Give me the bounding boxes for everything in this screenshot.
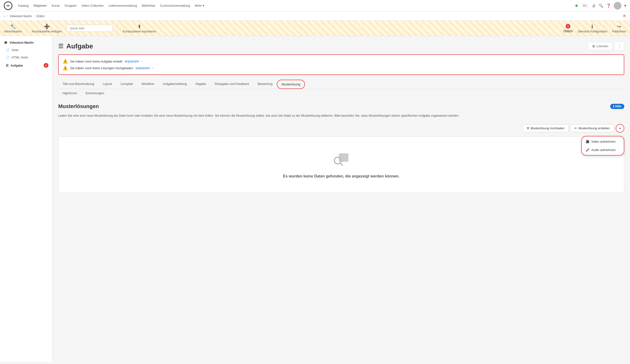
nav-curriculumverwaltung[interactable]: Curriculumverwaltung bbox=[160, 4, 190, 7]
alert-link-2[interactable]: anpassen bbox=[136, 66, 150, 70]
import-button[interactable]: ⬆ Kursbausteine importieren bbox=[123, 24, 156, 33]
course-icon: 🎓 bbox=[4, 41, 8, 44]
help-icon: ℹ bbox=[613, 105, 614, 108]
tabs: Titel und Beschreibung Layout Lernpfad W… bbox=[58, 80, 624, 89]
publish-button[interactable]: ↪ Publizieren bbox=[612, 24, 626, 33]
breadcrumb: ‹ / Videotest Martin / Editor ✕ bbox=[0, 11, 630, 21]
top-navigation: ∞ Katalog Mitglieder Kurse Gruppen Video… bbox=[0, 0, 630, 11]
alert-link-1[interactable]: anpassen bbox=[124, 59, 139, 63]
alert-icon-1: ⚠️ bbox=[62, 59, 68, 64]
share-icon: ↪ bbox=[617, 24, 621, 29]
nav-lektionenverwaltung[interactable]: Lektionenverwaltung bbox=[108, 4, 137, 7]
upload-icon: ⬆ bbox=[527, 126, 529, 130]
tab-erinnerungen[interactable]: Erinnerungen bbox=[82, 89, 108, 98]
toolbar-divider-1 bbox=[27, 24, 27, 33]
tabs-row2: HighScore Erinnerungen bbox=[58, 89, 624, 98]
musterloesungen-section: Musterlösungen ℹ Hilfe Laden Sie eine ei… bbox=[58, 103, 624, 193]
toolbar: 🔧 Administration ➕ Kursbausteine einfüge… bbox=[0, 21, 630, 36]
status-count-badge: 2 bbox=[566, 24, 570, 29]
nav-bibliothek[interactable]: Bibliothek bbox=[142, 4, 155, 7]
tab-abgabe[interactable]: Abgabe bbox=[191, 80, 210, 89]
empty-state-icon bbox=[332, 151, 351, 170]
account-menu-button[interactable]: ▾ bbox=[624, 3, 626, 8]
nav-right: 0/1 🖨 🔍 ❓ ▾ bbox=[575, 2, 626, 9]
app-logo[interactable]: ∞ bbox=[4, 1, 12, 10]
nav-mitglieder[interactable]: Mitglieder bbox=[34, 4, 47, 7]
breadcrumb-parent[interactable]: Videotest Martin bbox=[10, 14, 32, 18]
avatar[interactable] bbox=[614, 2, 622, 9]
delete-button[interactable]: 🗑 Löschen bbox=[588, 42, 612, 50]
tab-highscore[interactable]: HighScore bbox=[58, 89, 82, 98]
create-icon: ✏ bbox=[574, 126, 577, 130]
page-icon: 📄 bbox=[6, 48, 10, 52]
svg-rect-0 bbox=[339, 153, 348, 162]
tab-titel-und-beschreibung[interactable]: Titel und Beschreibung bbox=[58, 80, 98, 89]
insert-button[interactable]: ➕ Kursbausteine einfügen bbox=[32, 24, 62, 33]
help-badge[interactable]: ℹ Hilfe bbox=[610, 104, 624, 109]
page-title-icon: ☰ bbox=[58, 43, 64, 50]
sidebar-section-title: 🎓 Videotest Martin bbox=[0, 39, 52, 46]
page-title-text: Aufgabe bbox=[66, 42, 93, 50]
breadcrumb-sep2: / bbox=[34, 14, 35, 18]
administration-button[interactable]: 🔧 Administration bbox=[4, 24, 22, 33]
empty-state: Es wurden keine Daten gefunden, die ange… bbox=[58, 136, 624, 193]
sidebar: 🎓 Videotest Martin 📄 Seite 📄 HTML-Seite … bbox=[0, 36, 52, 362]
print-button[interactable]: 🖨 bbox=[592, 3, 596, 8]
tab-aufgabenstellung[interactable]: Aufgabenstellung bbox=[158, 80, 191, 89]
alert-text-2: Sie haben noch keine Lösungen hochgelade… bbox=[70, 66, 133, 70]
overview-button[interactable]: ℹ Übersicht Konfiguration bbox=[578, 24, 607, 33]
alert-row-1: ⚠️ Sie haben noch keine Aufgabe erstellt… bbox=[62, 59, 620, 64]
chevron-down-icon: ▾ bbox=[619, 126, 621, 130]
tab-layout[interactable]: Layout bbox=[98, 80, 116, 89]
quickadd-input[interactable] bbox=[66, 25, 113, 32]
dropdown-item-video[interactable]: 🎥 Video aufnehmen bbox=[582, 137, 624, 146]
status-button[interactable]: 2 Status bbox=[563, 24, 573, 33]
sidebar-item-seite[interactable]: 📄 Seite bbox=[0, 46, 52, 54]
help-button[interactable]: ❓ bbox=[606, 3, 611, 8]
dropdown-toggle-button[interactable]: ▾ bbox=[616, 124, 624, 133]
main-layout: 🎓 Videotest Martin 📄 Seite 📄 HTML-Seite … bbox=[0, 36, 630, 362]
nav-mehr[interactable]: Mehr ▾ bbox=[195, 4, 204, 7]
upload-button[interactable]: ⬆ Musterlösung hochladen bbox=[522, 124, 569, 132]
more-actions-button[interactable]: ⋮ bbox=[614, 42, 624, 50]
alert-box: ⚠️ Sie haben noch keine Aufgabe erstellt… bbox=[58, 54, 624, 75]
create-button[interactable]: ✏ Musterlösung erstellen bbox=[570, 124, 614, 132]
tab-lernpfad[interactable]: Lernpfad bbox=[116, 80, 137, 89]
page-header: ☰ Aufgabe 🗑 Löschen ⋮ bbox=[58, 42, 624, 50]
info-icon: ℹ bbox=[591, 24, 593, 29]
header-actions: 🗑 Löschen ⋮ bbox=[588, 42, 624, 50]
toolbar-divider-2 bbox=[118, 24, 118, 33]
task-icon: ☰ bbox=[6, 64, 8, 67]
upload-icon: ⬆ bbox=[138, 24, 142, 29]
alert-row-2: ⚠️ Sie haben noch keine Lösungen hochgel… bbox=[62, 65, 620, 71]
dropdown-menu: 🎥 Video aufnehmen 🎤 Audio aufnehmen bbox=[581, 136, 624, 156]
alert-icon-2: ⚠️ bbox=[62, 65, 68, 71]
sidebar-item-html-seite[interactable]: 📄 HTML-Seite bbox=[0, 54, 52, 61]
breadcrumb-back-arrow[interactable]: ‹ bbox=[4, 14, 5, 18]
breadcrumb-sep1: / bbox=[7, 14, 8, 18]
trash-icon: 🗑 bbox=[592, 44, 595, 48]
plus-icon: ➕ bbox=[44, 24, 50, 29]
online-indicator bbox=[575, 4, 578, 7]
section-description: Laden Sie eine eine neue Musterlösung al… bbox=[58, 113, 624, 118]
chevron-icon-2: › bbox=[152, 66, 154, 70]
tab-bewertung[interactable]: Bewertung bbox=[254, 80, 277, 89]
empty-state-text: Es wurden keine Daten gefunden, die ange… bbox=[283, 174, 400, 178]
main-content: ☰ Aufgabe 🗑 Löschen ⋮ ⚠️ Sie haben noch … bbox=[52, 36, 630, 362]
nav-video-collection[interactable]: Video Collection bbox=[82, 4, 104, 7]
aufgabe-badge: 1 bbox=[44, 63, 48, 68]
sidebar-item-aufgabe[interactable]: ☰ Aufgabe 1 bbox=[0, 61, 52, 70]
video-camera-icon: 🎥 bbox=[586, 140, 590, 143]
close-button[interactable]: ✕ bbox=[622, 13, 626, 18]
tab-rueckgabe-und-feedback[interactable]: Rückgabe und Feedback bbox=[210, 80, 254, 89]
action-row: ⬆ Musterlösung hochladen ✏ Musterlösung … bbox=[58, 124, 624, 133]
breadcrumb-current: Editor bbox=[36, 14, 44, 18]
wrench-icon: 🔧 bbox=[10, 24, 16, 29]
tab-workflow[interactable]: Workflow bbox=[137, 80, 158, 89]
dropdown-item-audio[interactable]: 🎤 Audio aufnehmen bbox=[582, 146, 624, 154]
nav-katalog[interactable]: Katalog bbox=[18, 4, 29, 7]
search-button[interactable]: 🔍 bbox=[598, 3, 603, 8]
nav-kurse[interactable]: Kurse bbox=[52, 4, 60, 7]
tab-musterlosung[interactable]: Musterlösung bbox=[277, 80, 305, 89]
nav-gruppen[interactable]: Gruppen bbox=[64, 4, 76, 7]
